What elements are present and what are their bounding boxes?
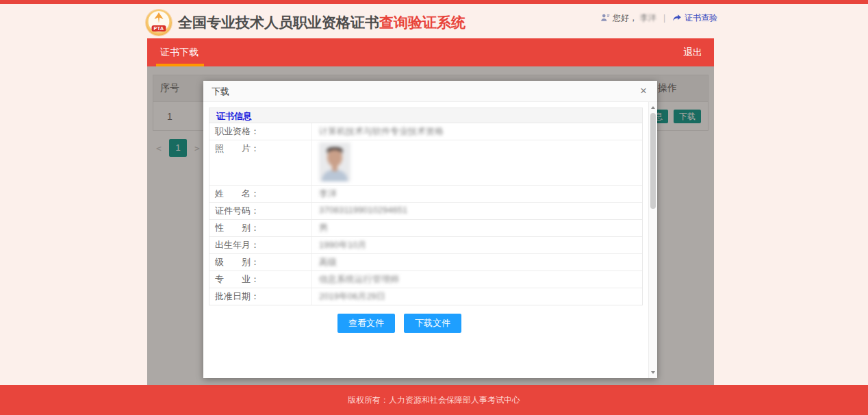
- title-main: 全国专业技术人员职业资格证书: [178, 14, 379, 30]
- field-row-level: 级 别： 高级: [209, 254, 642, 271]
- field-value: 370831199010294651: [312, 203, 642, 219]
- view-file-button[interactable]: 查看文件: [337, 314, 395, 333]
- greeting-text: 您好，: [613, 12, 637, 24]
- page-title: 全国专业技术人员职业资格证书查询验证系统: [178, 13, 465, 32]
- modal-scrollbar[interactable]: [648, 102, 657, 378]
- field-label: 性 别：: [209, 220, 312, 236]
- site-header: PTA 全国专业技术人员职业资格证书查询验证系统 您好， 李洋 | 证书查验: [0, 4, 868, 38]
- scroll-down-icon[interactable]: [649, 368, 657, 377]
- logout-button[interactable]: 退出: [683, 38, 702, 66]
- modal-header: 下载 ×: [203, 81, 657, 102]
- field-row-photo: 照 片：: [209, 140, 642, 186]
- user-name: 李洋: [640, 12, 656, 24]
- share-arrow-icon: [672, 13, 682, 23]
- field-label: 专 业：: [209, 271, 312, 288]
- field-row-id-number: 证件号码： 370831199010294651: [209, 203, 642, 220]
- field-label: 职业资格：: [209, 123, 312, 140]
- field-row-birth: 出生年月： 1990年10月: [209, 237, 642, 254]
- field-value: 2019年06月29日: [312, 288, 642, 305]
- field-label: 照 片：: [209, 140, 312, 185]
- field-value: 信息系统运行管理师: [312, 271, 642, 288]
- field-label: 证件号码：: [209, 203, 312, 219]
- copyright-text: 版权所有：人力资源和社会保障部人事考试中心: [348, 394, 520, 406]
- field-row-name: 姓 名： 李洋: [209, 186, 642, 203]
- logo-flame-icon: [151, 12, 166, 23]
- field-label: 级 别：: [209, 254, 312, 271]
- divider: |: [663, 13, 665, 23]
- download-file-button[interactable]: 下载文件: [404, 314, 461, 333]
- field-label: 批准日期：: [209, 288, 312, 305]
- logo-pta-text: PTA: [152, 25, 166, 32]
- field-row-approval-date: 批准日期： 2019年06月29日: [209, 288, 642, 305]
- cert-verify-link[interactable]: 证书查验: [685, 12, 717, 24]
- user-area: 您好， 李洋 | 证书查验: [600, 11, 717, 25]
- field-value: 高级: [312, 254, 642, 271]
- user-icon: [600, 13, 610, 23]
- field-value: 李洋: [312, 186, 642, 202]
- brand: PTA 全国专业技术人员职业资格证书查询验证系统: [146, 8, 465, 37]
- field-row-qualification: 职业资格： 计算机技术与软件专业技术资格: [209, 123, 642, 140]
- cert-info-table: 职业资格： 计算机技术与软件专业技术资格 照 片：: [209, 123, 643, 305]
- pta-logo-icon: PTA: [146, 10, 172, 36]
- field-label: 姓 名：: [209, 186, 312, 202]
- modal-title: 下载: [212, 81, 229, 102]
- field-value: 男: [312, 220, 642, 236]
- footer: 版权所有：人力资源和社会保障部人事考试中心: [0, 385, 868, 415]
- modal-body: 证书信息 职业资格： 计算机技术与软件专业技术资格 照 片：: [203, 102, 648, 378]
- field-row-gender: 性 别： 男: [209, 220, 642, 237]
- field-row-major: 专 业： 信息系统运行管理师: [209, 271, 642, 288]
- scrollbar-thumb[interactable]: [650, 113, 656, 209]
- section-title: 证书信息: [209, 108, 643, 123]
- tab-cert-download[interactable]: 证书下载: [159, 38, 200, 66]
- navbar: 证书下载 退出: [147, 38, 714, 66]
- page: PTA 全国专业技术人员职业资格证书查询验证系统 您好， 李洋 | 证书查验 证…: [0, 0, 868, 415]
- download-modal: 下载 × 证书信息 职业资格： 计算机技术与软件专业技术资格 照 片：: [203, 81, 657, 378]
- modal-actions: 查看文件 下载文件: [337, 314, 643, 333]
- field-label: 出生年月：: [209, 237, 312, 253]
- portrait-photo: [312, 140, 642, 185]
- field-value: 1990年10月: [312, 237, 642, 253]
- title-accent: 查询验证系统: [379, 14, 465, 30]
- close-icon[interactable]: ×: [637, 84, 650, 98]
- field-value: 计算机技术与软件专业技术资格: [312, 123, 642, 140]
- scroll-up-icon[interactable]: [649, 103, 657, 112]
